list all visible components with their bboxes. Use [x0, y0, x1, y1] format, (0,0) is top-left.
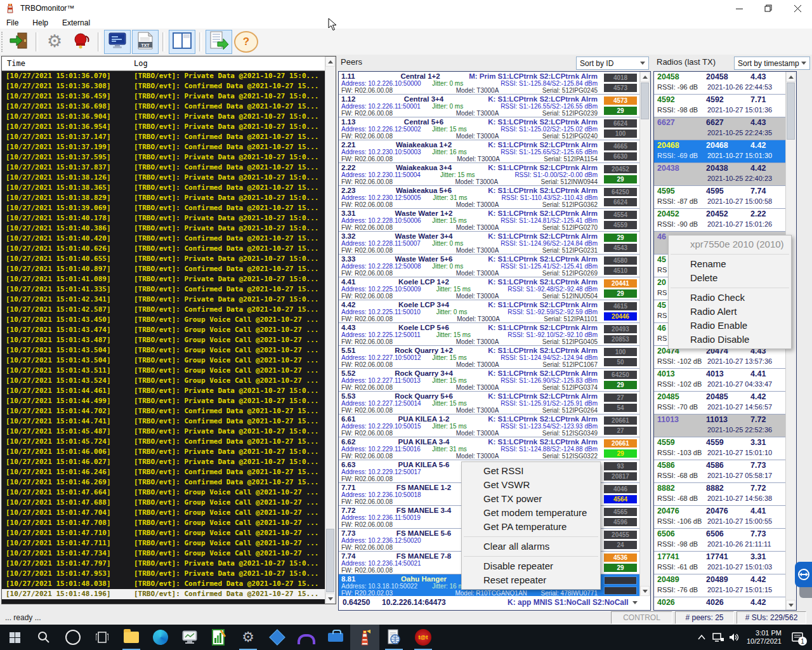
log-row[interactable]: [10/27/2021 15:01:47.953][TRBO/evt]: Pri…	[2, 569, 325, 579]
context-menu-item[interactable]: Clear all alarms	[462, 540, 600, 554]
radio-row[interactable]: 20476204764.41RSSI: -106 dB2021-10-27 15…	[654, 506, 786, 529]
radio-row[interactable]: 459545957.74RSSI: -87 dB2021-10-27 15:00…	[654, 186, 786, 209]
radio-row[interactable]: 20485204854.42RSSI: -70 dB2021-10-27 14:…	[654, 392, 786, 415]
peer-row[interactable]: 4.41Koele LCP 1+2K: S1:LCPtrnk S2:LCPtrn…	[339, 277, 640, 300]
log-column-time[interactable]: Time	[2, 59, 129, 68]
log-row[interactable]: [10/27/2021 15:01:43.511][TRBO/evt]: Gro…	[2, 366, 325, 376]
radio-row[interactable]: 888288827.72RSSI: -68 dB2021-10-27 14:56…	[654, 483, 786, 506]
peer-row[interactable]: 4.43Koele LCP 5+6K: S1:LCPtrnk S2:LCPtrn…	[339, 323, 640, 346]
radio-row[interactable]: 17741177413.31RSSI: -61 dB2021-10-27 15:…	[654, 552, 786, 574]
context-menu-item[interactable]: Delete	[669, 271, 791, 285]
log-row[interactable]: [10/27/2021 15:01:45.487][TRBO/evt]: Pri…	[2, 427, 325, 437]
scroll-up-button[interactable]	[325, 56, 335, 67]
context-menu-item[interactable]: Radio Disable	[669, 333, 791, 347]
log-row[interactable]: [10/27/2021 15:01:36.904][TRBO/evt]: Pri…	[2, 112, 325, 122]
peer-row[interactable]: 2.22Waiakeakua 3+4K: S1:LCPtrnk S2:LCPtr…	[339, 163, 640, 186]
context-menu-item[interactable]: Get RSSI	[462, 464, 600, 478]
scroll-thumb[interactable]	[641, 83, 649, 119]
log-row[interactable]: [10/27/2021 15:01:46.246][TRBO/evt]: Con…	[2, 467, 325, 477]
log-row[interactable]: [10/27/2021 15:01:43.504][TRBO/evt]: Gro…	[2, 345, 325, 355]
log-row[interactable]: [10/27/2021 15:01:37.199][TRBO/evt]: Con…	[2, 142, 325, 152]
peer-row[interactable]: 1.13Central 5+6K: S1:LCPtrnk S2:LCPtrnk …	[339, 117, 640, 140]
peer-footer-row[interactable]: 0.64250 10.2.226.14:64473 K: app MNIS S1…	[339, 596, 640, 609]
cortana-button[interactable]	[58, 625, 88, 650]
log-row[interactable]: [10/27/2021 15:01:42.341][TRBO/evt]: Pri…	[2, 295, 325, 305]
peer-row[interactable]: 2.23Waiakeakua 5+6K: S1:LCPtrnk S2:LCPtr…	[339, 186, 640, 209]
peer-row[interactable]: 1.12Central 3+4K: S1:LCPtrnk S2:LCPtrnk …	[339, 95, 640, 117]
log-row[interactable]: [10/27/2021 15:01:43.524][TRBO/evt]: Gro…	[2, 376, 325, 386]
monitor-app-button[interactable]	[175, 625, 204, 650]
log-row[interactable]: [10/27/2021 15:01:40.178][TRBO/evt]: Pri…	[2, 213, 325, 223]
log-row[interactable]: [10/27/2021 15:01:42.587][TRBO/evt]: Con…	[2, 305, 325, 315]
radios-sort-dropdown[interactable]: Sort by timestamp	[734, 56, 810, 70]
peer-row[interactable]: 5.51Rock Quarry 1+2K: S1:LCPtrnk S2:LCPt…	[339, 346, 640, 369]
scroll-down-button[interactable]	[325, 594, 335, 604]
gears-app-button[interactable]: ⚙	[233, 625, 263, 650]
log-row[interactable]: [10/27/2021 15:01:40.420][TRBO/evt]: Con…	[2, 234, 325, 244]
radio-row[interactable]: 20468204684.42RSSI: -69 dB2021-10-27 15:…	[654, 140, 786, 163]
menu-item-help[interactable]: Help	[32, 18, 48, 27]
log-row[interactable]: [10/27/2021 15:01:43.487][TRBO/evt]: Gro…	[2, 335, 325, 345]
log-row[interactable]: [10/27/2021 15:01:47.710][TRBO/evt]: Gro…	[2, 528, 325, 538]
trbomonitor-taskbar-button[interactable]	[350, 625, 379, 650]
peer-row[interactable]: 6.62PUA KILEA 3-4K: S1:LCPtrnk S2:LCPtrn…	[339, 437, 640, 460]
taskbar-clock[interactable]: 3:01 PM 10/27/2021	[743, 629, 785, 646]
help-button[interactable]: ?	[233, 30, 259, 53]
task-view-button[interactable]	[88, 625, 117, 650]
log-row[interactable]: [10/27/2021 15:01:46.027][TRBO/evt]: Pri…	[2, 457, 325, 467]
log-row[interactable]: [10/27/2021 15:01:37.595][TRBO/evt]: Pri…	[2, 152, 325, 162]
settings-button[interactable]: ⚙	[42, 30, 67, 53]
radio-row[interactable]: 459245927.71RSSI: -98 dB2021-10-27 15:01…	[654, 95, 786, 117]
log-row[interactable]: [10/27/2021 15:01:43.474][TRBO/evt]: Gro…	[2, 325, 325, 335]
log-row[interactable]: [10/27/2021 15:01:38.126][TRBO/evt]: Pri…	[2, 173, 325, 183]
minimize-button[interactable]	[724, 0, 754, 17]
peers-sort-dropdown[interactable]: Sort by ID	[576, 56, 649, 70]
log-row[interactable]: [10/27/2021 15:01:46.269][TRBO/evt]: Con…	[2, 477, 325, 488]
split-view-button[interactable]	[169, 30, 195, 54]
tat-app-button[interactable]: t@t	[409, 625, 438, 650]
radio-row[interactable]: 20474204744.43RSSI: -102 dB2021-10-27 13…	[654, 346, 786, 369]
scroll-up-button[interactable]	[786, 72, 796, 82]
log-row[interactable]: [10/27/2021 15:01:47.688][TRBO/evt]: Gro…	[2, 498, 325, 508]
context-menu-item[interactable]: Radio Check	[669, 291, 791, 305]
alarm-button[interactable]	[69, 30, 94, 53]
action-center-button[interactable]: 1	[785, 625, 809, 650]
log-row[interactable]: [10/27/2021 15:01:44.702][TRBO/evt]: Con…	[2, 406, 325, 416]
radio-row[interactable]: 20458204584.43RSSI: -96 dB2021-10-26 22:…	[654, 72, 786, 95]
cube-app-button[interactable]	[263, 625, 292, 650]
log-row[interactable]: [10/27/2021 15:01:43.504][TRBO/evt]: Gro…	[2, 355, 325, 366]
log-row[interactable]: [10/27/2021 15:01:40.897][TRBO/evt]: Con…	[2, 264, 325, 274]
log-row[interactable]: [10/27/2021 15:01:46.006][TRBO/evt]: Pri…	[2, 447, 325, 457]
context-menu-item[interactable]: Get modem temperature	[462, 506, 600, 520]
scroll-down-button[interactable]	[786, 600, 796, 610]
context-menu-item[interactable]: Get VSWR	[462, 478, 600, 492]
log-row[interactable]: [10/27/2021 15:01:48.038][TRBO/evt]: Con…	[2, 579, 325, 589]
radio-row[interactable]: 402640264.42	[654, 597, 786, 611]
log-row[interactable]: [10/27/2021 15:01:47.734][TRBO/evt]: Gro…	[2, 548, 325, 559]
peer-row[interactable]: 5.53Rock Quarry 5+6K: S1:LCPtrnk S2:LCPt…	[339, 392, 640, 415]
peer-row[interactable]: 3.32Waste Water 3+4K: S1:LCPtrnk S2:LCPt…	[339, 232, 640, 255]
peers-scrollbar[interactable]	[639, 72, 650, 596]
log-row[interactable]: [10/27/2021 15:01:37.147][TRBO/evt]: Con…	[2, 132, 325, 142]
log-row[interactable]: [10/27/2021 15:01:48.196][TRBO/evt]: Con…	[2, 589, 325, 599]
log-row[interactable]: [10/27/2021 15:01:36.459][TRBO/evt]: Pri…	[2, 91, 325, 102]
log-row[interactable]: [10/27/2021 15:01:41.089][TRBO/evt]: Pri…	[2, 274, 325, 284]
log-row[interactable]: [10/27/2021 15:01:40.655][TRBO/evt]: Pri…	[2, 254, 325, 264]
radio-row[interactable]: 650665067.73RSSI: -98 dB2021-10-26 21:11…	[654, 529, 786, 552]
menu-item-external[interactable]: External	[62, 18, 90, 27]
log-scrollbar[interactable]	[325, 56, 336, 604]
log-row[interactable]: [10/27/2021 15:01:36.308][TRBO/evt]: Con…	[2, 81, 325, 91]
peer-row[interactable]: 3.33Waste Water 5+6K: S1:LCPtrnk S2:LCPt…	[339, 255, 640, 277]
close-button[interactable]	[783, 0, 812, 17]
scroll-down-button[interactable]	[640, 586, 650, 596]
log-row[interactable]: [10/27/2021 15:01:44.499][TRBO/evt]: Pri…	[2, 396, 325, 406]
radio-row[interactable]: 20438204384.422021-10-25 22:40:23	[654, 163, 786, 186]
volume-tray-icon[interactable]	[726, 625, 743, 650]
teamviewer-panel-tab[interactable]	[795, 562, 812, 587]
radio-row[interactable]: 458645867.73RSSI: -68 dB2021-10-27 05:58…	[654, 460, 786, 483]
log-row[interactable]: [10/27/2021 15:01:43.450][TRBO/evt]: Gro…	[2, 315, 325, 325]
log-row[interactable]: [10/27/2021 15:01:39.069][TRBO/evt]: Con…	[2, 203, 325, 213]
toolbox-app-button[interactable]	[321, 625, 350, 650]
radio-row[interactable]: 401340134.41RSSI: -102 dB2021-10-27 04:3…	[654, 369, 786, 392]
log-row[interactable]: [10/27/2021 15:01:44.461][TRBO/evt]: Pri…	[2, 386, 325, 396]
